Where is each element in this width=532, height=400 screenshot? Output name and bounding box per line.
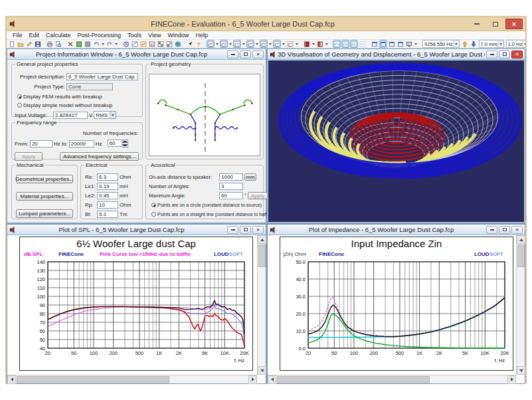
frequency-tool-icon[interactable]: [122, 40, 130, 48]
plot-stress-icon[interactable]: [273, 40, 281, 48]
spl-restore-button[interactable]: [240, 226, 251, 234]
electrical-input[interactable]: 6.3: [97, 173, 118, 181]
radio-points-line[interactable]: [151, 212, 156, 217]
from-input[interactable]: 20: [30, 140, 52, 148]
plot-stress-dropdown-icon[interactable]: [282, 43, 285, 45]
menu-item-edit[interactable]: Edit: [26, 32, 43, 39]
project-window-titlebar[interactable]: Project Information Window - 6_5 Woofer …: [7, 49, 266, 60]
result-grid-2-icon[interactable]: [165, 40, 173, 48]
impedance-hscroll-thumb[interactable]: [277, 376, 430, 383]
curve-tool-3-icon[interactable]: [350, 40, 358, 48]
input-voltage-input[interactable]: 2.828427: [53, 112, 88, 119]
open-file-icon[interactable]: [17, 40, 25, 48]
frequency-down-icon[interactable]: [470, 40, 478, 48]
impedance-minimize-button[interactable]: [486, 226, 497, 234]
menu-item-file[interactable]: File: [9, 32, 26, 39]
menu-item-window[interactable]: Window: [164, 32, 192, 39]
report-2-icon[interactable]: [316, 40, 324, 48]
to-input[interactable]: 20000: [69, 140, 94, 148]
onaxis-distance-input[interactable]: 1000: [219, 173, 243, 181]
impedance-scroll-left-icon[interactable]: [268, 375, 276, 384]
frequency-up-icon[interactable]: [461, 40, 469, 48]
display-3d-dropdown-icon[interactable]: [414, 43, 417, 45]
menu-item-post-processing[interactable]: Post-Processing: [74, 32, 125, 39]
solid-view-icon[interactable]: [84, 40, 92, 48]
advanced-frequency-button[interactable]: Advanced frequency settings...: [60, 152, 139, 161]
window-view-2-icon[interactable]: [379, 40, 387, 48]
radio-simple-model[interactable]: [17, 103, 22, 108]
plot-impedance-icon[interactable]: [220, 40, 228, 48]
geometry-window-icon[interactable]: [139, 40, 147, 48]
redo-icon[interactable]: [106, 40, 114, 48]
spl-scroll-left-icon[interactable]: [7, 375, 16, 384]
impedance-horizontal-scrollbar[interactable]: [268, 375, 516, 383]
undo-dropdown-icon[interactable]: [102, 43, 104, 45]
project-minimize-button[interactable]: [227, 50, 238, 58]
curve-tool-2-icon[interactable]: [341, 40, 349, 48]
impedance-window-titlebar[interactable]: Plot of Impedance - 6_5 Woofer Large Dus…: [268, 225, 525, 235]
curve-tool-1-icon[interactable]: [333, 40, 341, 48]
plot-velocity-icon[interactable]: [246, 40, 254, 48]
plot-velocity-dropdown-icon[interactable]: [256, 43, 258, 45]
print-preview-icon[interactable]: [54, 40, 62, 48]
undo-icon[interactable]: [92, 40, 100, 48]
spl-vscroll-thumb[interactable]: [258, 245, 266, 267]
step-combo[interactable]: 1.0 Hz: [506, 40, 525, 48]
spl-scroll-up-icon[interactable]: [258, 235, 266, 244]
minimize-button[interactable]: [468, 19, 486, 29]
viz3d-minimize-button[interactable]: [486, 50, 497, 58]
impedance-scroll-up-icon[interactable]: [517, 235, 525, 244]
new-file-icon[interactable]: [8, 40, 16, 48]
voltage-mode-select[interactable]: RMS: [94, 111, 116, 119]
lumped-parameters-button[interactable]: Lumped parameters...: [16, 209, 73, 218]
spl-scroll-right-icon[interactable]: [248, 375, 257, 384]
app-titlebar[interactable]: FINECone - Evaluation - 6_5 Woofer Large…: [7, 17, 525, 31]
radio-fem-breakup[interactable]: [17, 94, 22, 99]
geometrical-properties-button[interactable]: Geometrical properties...: [16, 175, 73, 183]
plot-extra-icon[interactable]: [286, 40, 294, 48]
save-file-icon[interactable]: [34, 40, 42, 48]
impedance-scroll-down-icon[interactable]: [517, 366, 525, 375]
redo-dropdown-icon[interactable]: [115, 43, 118, 45]
step-combo-dropdown-icon[interactable]: [522, 41, 525, 47]
plot-displacement-icon[interactable]: [233, 40, 241, 48]
spl-vertical-scrollbar[interactable]: [257, 235, 266, 375]
plot-window-icon[interactable]: [131, 40, 139, 48]
window-view-1-icon[interactable]: [371, 40, 379, 48]
menu-item-tools[interactable]: Tools: [124, 32, 145, 39]
electrical-input[interactable]: 0.19: [97, 183, 118, 190]
menu-item-help[interactable]: Help: [192, 32, 211, 39]
viz3d-restore-button[interactable]: [499, 50, 510, 58]
num-freq-down-icon[interactable]: [122, 144, 128, 147]
spl-close-button[interactable]: ×: [252, 226, 264, 234]
impedance-scroll-right-icon[interactable]: [507, 375, 516, 384]
project-close-button[interactable]: ×: [252, 50, 264, 58]
plot-force-icon[interactable]: [260, 40, 268, 48]
viz3d-close-button[interactable]: ×: [511, 50, 523, 58]
distance-unit-button[interactable]: mm: [244, 173, 256, 181]
edit-pencil-icon[interactable]: [25, 40, 33, 48]
amplitude-combo-dropdown-icon[interactable]: [497, 41, 503, 47]
radio-points-circle[interactable]: [151, 203, 156, 207]
impedance-restore-button[interactable]: [499, 226, 510, 234]
spl-scroll-down-icon[interactable]: [258, 366, 266, 375]
result-grid-icon[interactable]: [157, 40, 165, 48]
report-dropdown-icon[interactable]: [312, 43, 315, 45]
delete-icon[interactable]: [66, 40, 74, 48]
menu-item-view[interactable]: View: [145, 32, 164, 39]
num-frequencies-input[interactable]: 60: [108, 140, 122, 147]
frequency-apply-button[interactable]: Apply: [15, 152, 43, 161]
impedance-vscroll-thumb[interactable]: [517, 245, 525, 267]
pointer-tool-icon[interactable]: [186, 40, 194, 48]
plot-displacement-dropdown-icon[interactable]: [242, 43, 245, 45]
plot-spl-dropdown-icon[interactable]: [216, 43, 219, 45]
impedance-vertical-scrollbar[interactable]: [516, 235, 525, 375]
fem-mesh-icon[interactable]: [75, 40, 83, 48]
number-of-angles-input[interactable]: 3: [219, 183, 243, 190]
window-view-3-icon[interactable]: [388, 40, 396, 48]
spl-minimize-button[interactable]: [227, 226, 238, 234]
impedance-close-button[interactable]: ×: [511, 226, 523, 234]
num-frequencies-stepper[interactable]: 60: [108, 140, 128, 148]
amplitude-combo[interactable]: 7.0 mm: [479, 40, 504, 48]
frequency-combo[interactable]: 9258.550 Hz: [422, 40, 460, 48]
